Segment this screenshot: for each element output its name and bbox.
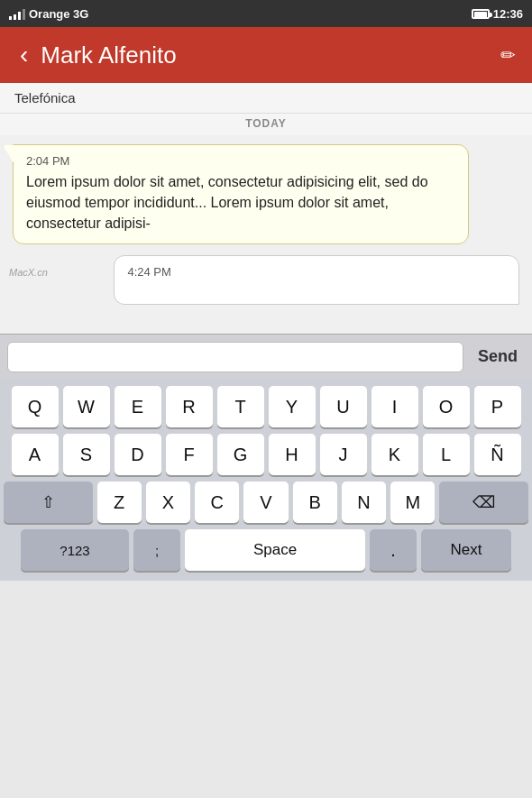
kb-row-3: ⇧ Z X C V B N M ⌫ xyxy=(4,482,528,523)
keyboard: Q W E R T Y U I O P A S D F G H J K L Ñ … xyxy=(0,379,532,581)
key-b[interactable]: B xyxy=(293,482,337,523)
key-n[interactable]: N xyxy=(342,482,386,523)
key-x[interactable]: X xyxy=(146,482,190,523)
key-v[interactable]: V xyxy=(243,482,288,523)
key-g[interactable]: G xyxy=(217,434,264,475)
key-d[interactable]: D xyxy=(115,434,161,475)
space-key[interactable]: Space xyxy=(185,529,365,571)
back-button[interactable]: ‹ xyxy=(13,37,35,73)
key-i[interactable]: I xyxy=(371,386,418,427)
today-label: TODAY xyxy=(0,114,532,135)
key-y[interactable]: Y xyxy=(269,386,316,427)
signal-bars xyxy=(9,7,25,20)
header-title: Mark Alfenito xyxy=(35,41,497,69)
time-display: 12:36 xyxy=(493,7,523,21)
backspace-key[interactable]: ⌫ xyxy=(439,482,528,523)
key-t[interactable]: T xyxy=(217,386,264,427)
key-u[interactable]: U xyxy=(320,386,367,427)
key-p[interactable]: P xyxy=(474,386,521,427)
key-o[interactable]: O xyxy=(423,386,470,427)
key-f[interactable]: F xyxy=(166,434,213,475)
shift-key[interactable]: ⇧ xyxy=(4,482,93,523)
battery-icon xyxy=(472,9,490,19)
message-text-2 xyxy=(127,280,506,297)
kb-row-4: ?123 ; Space . Next xyxy=(4,529,528,571)
message-time-2: 4:24 PM xyxy=(127,265,506,279)
messages-area: 2:04 PM Lorem ipsum dolor sit amet, cons… xyxy=(0,135,532,334)
send-button[interactable]: Send xyxy=(471,344,525,370)
watermark: MacX.cn xyxy=(9,267,48,278)
key-z[interactable]: Z xyxy=(97,482,142,523)
kb-row-2: A S D F G H J K L Ñ xyxy=(4,434,528,475)
input-row: Send xyxy=(0,334,532,379)
battery-status: 12:36 xyxy=(472,7,523,21)
key-w[interactable]: W xyxy=(63,386,110,427)
message-time-1: 2:04 PM xyxy=(26,154,455,168)
message-bubble-partial: 4:24 PM xyxy=(114,255,519,305)
key-l[interactable]: L xyxy=(423,434,470,475)
emoji-key[interactable]: ; xyxy=(133,529,180,571)
key-h[interactable]: H xyxy=(269,434,316,475)
message-bubble-received: 2:04 PM Lorem ipsum dolor sit amet, cons… xyxy=(13,144,469,244)
key-c[interactable]: C xyxy=(195,482,239,523)
message-text-1: Lorem ipsum dolor sit amet, consectetur … xyxy=(26,171,455,234)
numbers-key[interactable]: ?123 xyxy=(21,529,129,571)
period-key[interactable]: . xyxy=(370,529,417,571)
key-a[interactable]: A xyxy=(12,434,59,475)
key-r[interactable]: R xyxy=(166,386,213,427)
next-key[interactable]: Next xyxy=(421,529,511,571)
status-bar: Orange 3G 12:36 xyxy=(0,0,532,27)
key-k[interactable]: K xyxy=(371,434,418,475)
key-n-tilde[interactable]: Ñ xyxy=(474,434,521,475)
backspace-icon: ⌫ xyxy=(472,492,495,512)
key-q[interactable]: Q xyxy=(12,386,59,427)
header: ‹ Mark Alfenito ✏ xyxy=(0,27,532,83)
contact-name: Telefónica xyxy=(14,90,76,105)
carrier-signal: Orange 3G xyxy=(9,7,88,21)
kb-row-1: Q W E R T Y U I O P xyxy=(4,386,528,427)
key-e[interactable]: E xyxy=(115,386,161,427)
edit-button[interactable]: ✏ xyxy=(497,41,519,69)
key-j[interactable]: J xyxy=(320,434,367,475)
key-s[interactable]: S xyxy=(63,434,110,475)
contact-line: Telefónica xyxy=(0,83,532,114)
carrier-text: Orange 3G xyxy=(29,7,88,21)
key-m[interactable]: M xyxy=(390,482,435,523)
message-input[interactable] xyxy=(7,342,463,372)
